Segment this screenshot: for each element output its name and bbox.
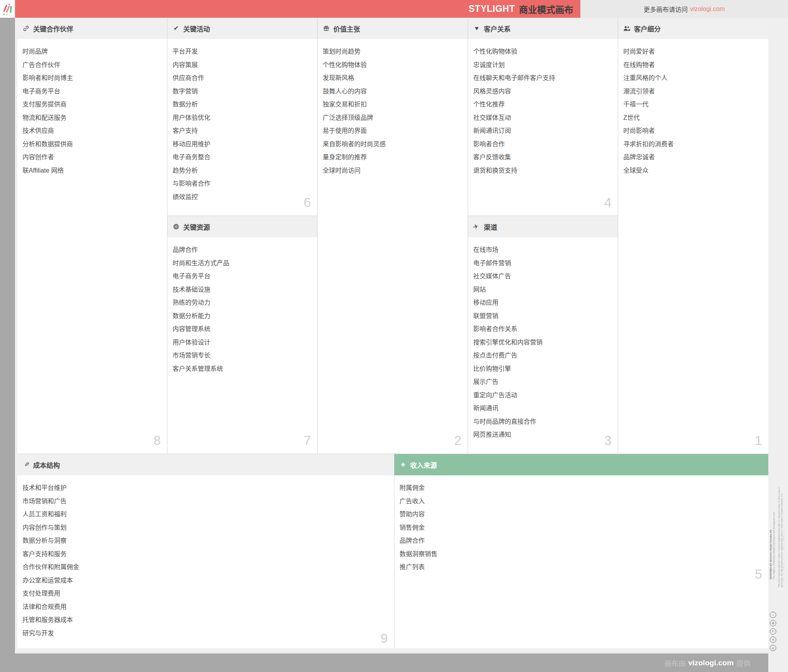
list-item: 新闻通讯订阅: [473, 124, 612, 138]
footer-vizologi-link[interactable]: vizologi.com: [688, 659, 734, 667]
list-item: 支付服务提供商: [22, 98, 162, 111]
list-item: 联盟营销: [473, 309, 612, 323]
list-item: 平台开发: [173, 45, 312, 58]
list-item: 客户关系管理系统: [173, 362, 312, 376]
list-item: 数字营销: [173, 85, 312, 98]
list-item: 量身定制的推荐: [323, 151, 462, 164]
list-item: 电子商务平台: [22, 85, 162, 98]
section-number: 6: [304, 195, 311, 210]
more-canvases-text: 更多画布请访问: [643, 4, 688, 14]
list-item: 法律和合规费用: [22, 600, 388, 614]
vizologi-link[interactable]: vizologi.com: [690, 6, 725, 13]
list-item: 移动应用: [473, 296, 612, 309]
list-item: 广告收入: [400, 495, 763, 508]
section-title: 收入来源: [410, 460, 437, 470]
list-item: 潮流引领者: [623, 85, 763, 98]
section-header: 客户细分: [618, 18, 768, 39]
list-item: 趋势分析: [173, 164, 312, 177]
list-item: 支付处理费用: [22, 587, 388, 600]
list-item: 内容创作与策划: [22, 521, 388, 534]
list-item: 千禧一代: [623, 98, 763, 111]
list-item: 品牌忠诚者: [623, 151, 763, 164]
more-canvases-note: 更多画布请访问 vizologi.com: [580, 0, 788, 18]
vizologi-logo[interactable]: [0, 0, 15, 18]
list-item: 策划时尚趋势: [323, 45, 462, 58]
list-item: 附属佣金: [400, 481, 763, 495]
section-title: 成本结构: [33, 460, 60, 470]
section-items: 在线市场电子邮件营销社交媒体广告网站移动应用联盟营销影响者合作关系搜索引擎优化和…: [468, 237, 618, 441]
list-item: 独家交易和折扣: [323, 98, 462, 111]
globe-icon: [173, 223, 180, 230]
list-item: 与时尚品牌的直接合作: [473, 415, 612, 428]
list-item: 时尚品牌: [22, 45, 162, 58]
section-header: ✎ 成本结构: [17, 454, 394, 475]
pencil-tag-icon: ✎: [22, 462, 30, 468]
section-title: 价值主张: [333, 24, 360, 34]
list-item: 全球时尚访问: [323, 164, 462, 177]
section-key-partners: 关键合作伙伴 时尚品牌广告合作伙伴影响者和时尚博主电子商务平台支付服务提供商物流…: [17, 18, 167, 454]
list-item: 影响者合作关系: [473, 322, 612, 336]
list-item: 电子邮件营销: [473, 257, 612, 270]
list-item: 与影响者合作: [173, 177, 312, 190]
section-header: ✔ 关键活动: [167, 18, 317, 39]
link-icon: [22, 25, 30, 32]
section-title: 渠道: [484, 222, 497, 232]
list-item: 物流和配送服务: [22, 111, 162, 125]
section-revenue-streams: ★ 收入来源 附属佣金广告收入赞助内容销售佣金品牌合作数据洞察销售推广列表 5: [394, 454, 768, 648]
list-item: 时尚影响者: [623, 124, 763, 138]
list-item: 鼓舞人心的内容: [323, 85, 462, 98]
brand-name: STYLIGHT: [468, 4, 515, 14]
list-item: 客户支持和服务: [22, 547, 388, 561]
section-header: ✈ 渠道: [468, 216, 618, 237]
list-item: 网页推送通知: [473, 428, 612, 441]
list-item: 搜索引擎优化和内容营销: [473, 336, 612, 349]
list-item: 客户支持: [173, 124, 312, 138]
section-title: 客户细分: [634, 24, 661, 34]
paper-plane-icon: ✈: [472, 223, 481, 231]
license-note: This work is licensed under the Creative…: [778, 487, 784, 587]
list-item: 影响者合作: [473, 138, 612, 151]
list-item: 广泛选择顶级品牌: [323, 111, 462, 125]
list-item: 市场营销和广告: [22, 495, 388, 508]
section-number: 4: [604, 195, 611, 210]
list-item: 重定向广告活动: [473, 389, 612, 402]
list-item: 熟练的劳动力: [173, 296, 312, 309]
list-item: 忠诚度计划: [473, 58, 612, 72]
section-title: 关键资源: [183, 222, 210, 232]
designed-by-note: DESIGNED BY: Business Model Foundry AG T…: [769, 495, 776, 579]
section-header: ★ 收入来源: [394, 454, 768, 475]
list-item: 广告合作伙伴: [22, 58, 162, 72]
section-customer-relationships: ♥ 客户关系 个性化购物体验忠诚度计划在线聊天和电子邮件客户支持风格灵感内容个性…: [468, 18, 618, 216]
list-item: 个性化推荐: [473, 98, 612, 111]
list-item: 来自影响者的时尚灵感: [323, 138, 462, 151]
list-item: 内容策展: [173, 58, 312, 72]
list-item: 在线聊天和电子邮件客户支持: [473, 71, 612, 85]
cc-license-icons: i ◍ ↻ ⊜ cc: [770, 612, 776, 651]
section-items: 个性化购物体验忠诚度计划在线聊天和电子邮件客户支持风格灵感内容个性化推荐社交媒体…: [468, 39, 618, 177]
section-header: 关键合作伙伴: [17, 18, 167, 39]
section-title: 关键活动: [183, 24, 210, 34]
list-item: 时尚和生活方式产品: [173, 257, 312, 270]
list-item: 内容管理系统: [173, 322, 312, 336]
list-item: 影响者和时尚博主: [22, 71, 162, 85]
list-item: 电子商务平台: [173, 270, 312, 283]
list-item: 风格灵感内容: [473, 85, 612, 98]
section-items: 策划时尚趋势个性化购物体验发现新风格鼓舞人心的内容独家交易和折扣广泛选择顶级品牌…: [318, 39, 468, 177]
heart-icon: ♥: [473, 25, 480, 32]
footer-bar: 画布由 vizologi.com 提供: [0, 653, 768, 672]
list-item: 推广列表: [400, 560, 763, 574]
cc-globe-icon: ◍: [770, 620, 776, 626]
section-customer-segments: 客户细分 时尚爱好者在线购物者注重风格的个人潮流引领者千禧一代Z世代时尚影响者寻…: [618, 18, 768, 454]
footer-suffix: 提供: [736, 658, 751, 668]
list-item: 销售佣金: [400, 521, 763, 534]
section-header: 关键资源: [167, 216, 317, 237]
list-item: 网站: [473, 283, 612, 296]
list-item: 电子商务整合: [173, 151, 312, 164]
cc-equal-icon: ⊜: [770, 637, 776, 643]
list-item: 在线购物者: [623, 58, 763, 72]
list-item: 个性化购物体验: [473, 45, 612, 58]
list-item: 退货和换货支持: [473, 164, 612, 177]
section-items: 品牌合作时尚和生活方式产品电子商务平台技术基础设施熟练的劳动力数据分析能力内容管…: [167, 237, 317, 375]
list-item: 用户体验优化: [173, 111, 312, 125]
list-item: 全球受众: [623, 164, 763, 177]
